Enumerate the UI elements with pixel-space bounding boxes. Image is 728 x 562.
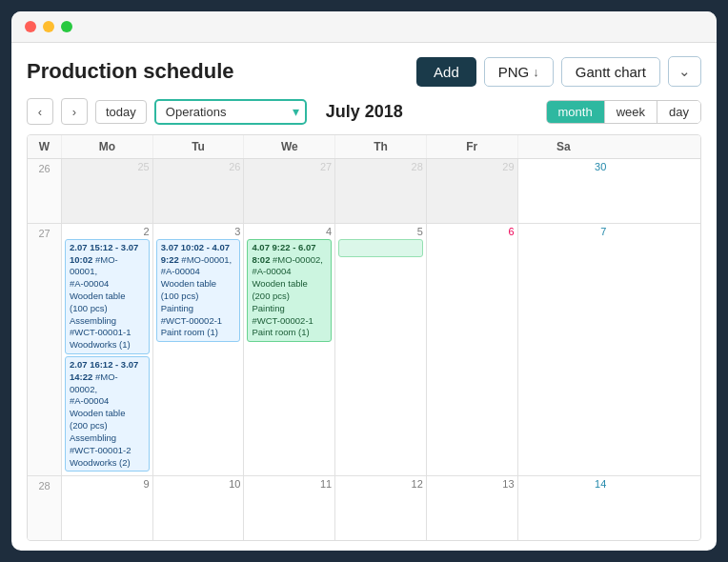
prev-button[interactable]: ‹ — [27, 98, 53, 125]
add-button[interactable]: Add — [416, 57, 476, 87]
calendar-week-27: 27 2 2.07 15:12 - 3.07 10:02 #MO-00001,#… — [28, 224, 700, 477]
view-month-button[interactable]: month — [547, 101, 605, 123]
col-th: Th — [335, 135, 427, 158]
day-number: 27 — [247, 161, 332, 172]
day-number: 4 — [247, 226, 332, 237]
close-dot[interactable] — [25, 21, 36, 32]
day-number: 6 — [430, 226, 515, 237]
png-arrow-icon: ↓ — [533, 65, 539, 79]
calendar-week-26: 26 25 26 27 28 29 — [28, 159, 700, 224]
today-button[interactable]: today — [95, 100, 147, 124]
cal-day-jun25[interactable]: 25 — [62, 159, 153, 223]
col-tu: Tu — [153, 135, 245, 158]
view-buttons: month week day — [546, 100, 701, 124]
cal-day-jul3[interactable]: 3 3.07 10:02 - 4.07 9:22 #MO-00001,#A-00… — [153, 224, 245, 476]
header-row: Production schedule Add PNG ↓ Gantt char… — [27, 56, 701, 87]
day-number: 3 — [156, 226, 241, 237]
cal-day-jul14[interactable]: 14 — [518, 476, 610, 540]
week-number-28: 28 — [28, 476, 62, 540]
calendar-week-28: 28 9 10 11 12 13 — [28, 476, 700, 540]
toolbar: ‹ › today Operations ▾ July 2018 month w… — [27, 98, 701, 125]
day-number: 9 — [65, 478, 150, 490]
cal-day-jul10[interactable]: 10 — [153, 476, 245, 540]
event-tu-1[interactable]: 3.07 10:02 - 4.07 9:22 #MO-00001,#A-0000… — [156, 239, 241, 343]
event-mo-1[interactable]: 2.07 15:12 - 3.07 10:02 #MO-00001,#A-000… — [65, 239, 150, 354]
operations-select[interactable]: Operations — [154, 99, 307, 125]
operations-select-wrapper[interactable]: Operations ▾ — [154, 99, 307, 125]
cal-day-jun28[interactable]: 28 — [335, 159, 427, 223]
cal-day-jul13[interactable]: 13 — [427, 476, 518, 540]
cal-day-jun30[interactable]: 30 — [518, 159, 610, 223]
col-week: W — [28, 135, 62, 158]
view-week-button[interactable]: week — [605, 101, 657, 123]
calendar-header: W Mo Tu We Th Fr Sa — [28, 135, 700, 159]
day-number: 11 — [247, 478, 332, 490]
day-number: 12 — [338, 478, 423, 490]
day-number: 2 — [65, 226, 150, 237]
header-buttons: Add PNG ↓ Gantt chart ⌄ — [416, 56, 701, 87]
cal-day-jul6[interactable]: 6 — [427, 224, 518, 476]
event-mo-2[interactable]: 2.07 16:12 - 3.07 14:22 #MO-00002,#A-000… — [65, 356, 150, 472]
cal-day-jul9[interactable]: 9 — [62, 476, 153, 540]
day-number: 30 — [521, 161, 607, 172]
cal-day-jul12[interactable]: 12 — [335, 476, 427, 540]
month-label: July 2018 — [326, 102, 538, 122]
calendar-body: 26 25 26 27 28 29 — [28, 159, 700, 540]
day-number: 5 — [338, 226, 423, 237]
view-day-button[interactable]: day — [657, 101, 700, 123]
more-options-button[interactable]: ⌄ — [668, 56, 701, 87]
day-number: 10 — [156, 478, 241, 490]
minimize-dot[interactable] — [43, 21, 54, 32]
col-we: We — [244, 135, 335, 158]
col-mo: Mo — [62, 135, 153, 158]
week-number-26: 26 — [28, 159, 62, 223]
col-fr: Fr — [427, 135, 518, 158]
cal-day-jun27[interactable]: 27 — [244, 159, 335, 223]
day-number: 26 — [156, 161, 241, 172]
day-number: 25 — [65, 161, 150, 172]
cal-day-jul2[interactable]: 2 2.07 15:12 - 3.07 10:02 #MO-00001,#A-0… — [62, 224, 153, 476]
day-number: 7 — [521, 226, 607, 237]
png-button[interactable]: PNG ↓ — [484, 57, 554, 87]
day-number: 13 — [430, 478, 515, 490]
main-window: Production schedule Add PNG ↓ Gantt char… — [11, 11, 717, 551]
event-th-1[interactable] — [338, 239, 423, 257]
week-number-27: 27 — [28, 224, 62, 476]
col-sa: Sa — [518, 135, 610, 158]
event-we-1[interactable]: 4.07 9:22 - 6.07 8:02 #MO-00002,#A-00004… — [247, 239, 332, 343]
cal-day-jul4[interactable]: 4 4.07 9:22 - 6.07 8:02 #MO-00002,#A-000… — [244, 224, 335, 476]
day-number: 28 — [338, 161, 423, 172]
calendar: W Mo Tu We Th Fr Sa 26 25 26 — [27, 134, 701, 541]
page-title: Production schedule — [27, 59, 234, 84]
gantt-button[interactable]: Gantt chart — [561, 57, 660, 87]
day-number: 29 — [430, 161, 515, 172]
title-bar — [11, 11, 717, 43]
cal-day-jun26[interactable]: 26 — [153, 159, 245, 223]
day-number: 14 — [521, 478, 607, 490]
cal-day-jul7[interactable]: 7 — [518, 224, 610, 476]
cal-day-jul5[interactable]: 5 — [335, 224, 427, 476]
chevron-down-icon: ⌄ — [678, 63, 691, 79]
maximize-dot[interactable] — [61, 21, 72, 32]
cal-day-jun29[interactable]: 29 — [427, 159, 518, 223]
next-button[interactable]: › — [61, 98, 88, 125]
cal-day-jul11[interactable]: 11 — [244, 476, 335, 540]
